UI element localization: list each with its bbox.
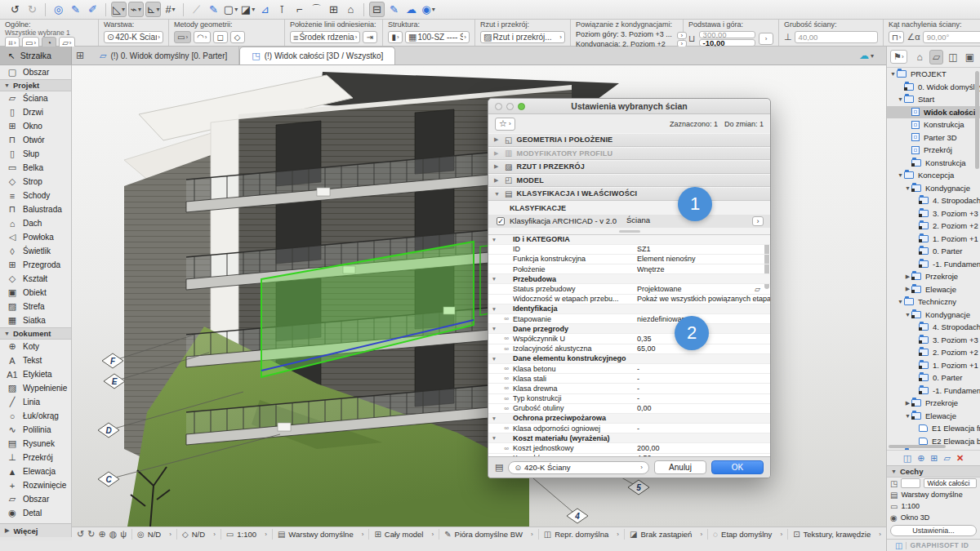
- tool-elewacja[interactable]: ▲Elewacja: [0, 464, 71, 478]
- tree-item[interactable]: E1 Elewacja fron: [887, 422, 980, 435]
- tool-dach[interactable]: ⌂Dach: [0, 216, 71, 230]
- tool-schody[interactable]: ≡Schody: [0, 189, 71, 202]
- tree-item[interactable]: 1. Poziom +1: [887, 359, 980, 372]
- classification-checkbox[interactable]: ✓: [497, 217, 505, 225]
- window-close-icon[interactable]: [495, 103, 502, 110]
- model-filter-segment[interactable]: ⊞Cały model›: [368, 529, 439, 540]
- nav-tab-publisher[interactable]: ▣: [963, 50, 977, 64]
- view-map-tree[interactable]: ▼PROJEKT0. Widok domyślny▼StartWidok cał…: [887, 68, 980, 450]
- geometry-straight-button[interactable]: ▭›: [174, 31, 191, 43]
- property-row[interactable]: Funkcja konstrukcyjnaElement nienośny: [488, 255, 770, 264]
- parallel-constraint-icon[interactable]: ⟋: [189, 2, 204, 17]
- tree-item[interactable]: 0. Parter: [887, 371, 980, 384]
- view-name-input[interactable]: Widok całości: [924, 478, 977, 488]
- marquee-frame-icon[interactable]: ▢▾: [223, 2, 238, 17]
- tree-item[interactable]: ▼PROJEKT: [887, 68, 980, 81]
- view-id-input[interactable]: [901, 478, 920, 488]
- tree-item[interactable]: ▼Koncepcja: [887, 169, 980, 182]
- section-model[interactable]: ▶◰MODEL: [488, 174, 770, 188]
- property-row[interactable]: ∞Grubość otuliny0,00: [488, 404, 770, 414]
- transform-icon[interactable]: ⊿: [257, 2, 273, 17]
- tree-item[interactable]: ▼Techniczny: [887, 295, 980, 309]
- nav-tab-view-map[interactable]: ▱: [929, 50, 944, 64]
- tool-rozwiniecie[interactable]: +Rozwinięcie: [0, 478, 71, 492]
- triangle-down-icon[interactable]: ▼: [904, 185, 911, 191]
- zoom-in-icon[interactable]: ⊕: [98, 529, 105, 540]
- orbit-back-icon[interactable]: ↺: [77, 529, 84, 540]
- tree-item[interactable]: 0. Widok domyślny: [887, 81, 980, 94]
- triangle-down-icon[interactable]: ▼: [904, 413, 911, 419]
- tree-item[interactable]: ▶Przekroje: [887, 270, 980, 283]
- fillet-icon[interactable]: ⌒: [309, 2, 324, 17]
- panel-splitter[interactable]: [488, 229, 770, 234]
- dialog-layer-select[interactable]: ⊙ 420-K Ściany ›: [508, 461, 649, 474]
- tool-obszar[interactable]: ▢Obszar: [0, 65, 71, 79]
- property-row[interactable]: ∞Klasa odporności ogniowej-: [488, 424, 770, 433]
- section-rzut[interactable]: ▶▨RZUT I PRZEKRÓJ: [488, 160, 770, 174]
- new-folder-icon[interactable]: ⊞: [930, 453, 938, 464]
- classification-row[interactable]: ✓ Klasyfikacja ARCHICAD - v 2.0 Ściana ›: [488, 215, 770, 228]
- wall-base-input[interactable]: -10,00: [699, 39, 755, 47]
- render-mode-segment[interactable]: ⊡Tekstury, krawędzie›: [787, 529, 886, 540]
- triangle-right-icon[interactable]: ▶: [904, 273, 911, 280]
- base-options-button[interactable]: ›: [759, 33, 773, 45]
- toolbox-more-button[interactable]: ▶Więcej: [0, 523, 72, 537]
- graphisoft-id-bar[interactable]: ◫ GRAPHISOFT ID: [887, 539, 980, 551]
- tree-item[interactable]: Konstrukcja: [887, 118, 980, 131]
- tool-etykieta[interactable]: A1Etykieta: [0, 367, 71, 381]
- flag-folder-icon[interactable]: ▱: [944, 453, 951, 464]
- triangle-right-icon[interactable]: ▶: [904, 400, 911, 407]
- tool-linia[interactable]: ╱Linia: [0, 395, 71, 409]
- property-row[interactable]: Status przebudowyProjektowane▱: [488, 284, 770, 294]
- wall-angle-input[interactable]: 90,00°: [923, 31, 980, 43]
- structure-type-button[interactable]: ▮›: [388, 31, 403, 43]
- dialog-title-bar[interactable]: Ustawienia wybranych ścian: [488, 99, 770, 114]
- tree-item[interactable]: ▼Kondygnacje: [887, 309, 980, 322]
- undo-icon[interactable]: ↺: [7, 2, 23, 17]
- wall-thickness-input[interactable]: 40,00: [795, 31, 878, 43]
- guide-lines-icon[interactable]: ⌁▾: [128, 2, 144, 17]
- property-row[interactable]: ∞Koszt jednostkowy200,00: [488, 443, 770, 453]
- section-modyfikatory[interactable]: ▶▥MODYFIKATORY PROFILU: [488, 147, 770, 161]
- property-group-row[interactable]: ▼Identyfikacja: [488, 304, 770, 314]
- orbit-forward-icon[interactable]: ↻: [87, 529, 95, 540]
- representation-segment[interactable]: ◫Repr. domyślna›: [538, 529, 624, 540]
- layer-select[interactable]: ⊙420-K Ściany›: [104, 31, 163, 43]
- pens-segment[interactable]: ✎Pióra domyślne BW›: [439, 529, 538, 540]
- favorites-star-button[interactable]: ☆›: [495, 118, 515, 131]
- tree-item[interactable]: ▼Start: [887, 93, 980, 106]
- grid-snap-icon[interactable]: #▾: [163, 2, 178, 17]
- tool-detal[interactable]: ◉Detal: [0, 506, 71, 520]
- tree-item[interactable]: -1. Fundamenty: [887, 384, 980, 398]
- tree-item[interactable]: Konstrukcja: [887, 157, 980, 170]
- tool-koty[interactable]: ⊕Koty: [0, 340, 71, 353]
- triangle-down-icon[interactable]: ▼: [904, 312, 911, 318]
- triangle-down-icon[interactable]: ▼: [897, 96, 904, 102]
- property-row[interactable]: PołożenieWnętrze: [488, 264, 770, 274]
- tool-sciana[interactable]: ▱Ściana: [0, 91, 71, 105]
- window-zoom-icon[interactable]: [518, 103, 525, 110]
- floorplan-display-select[interactable]: ▨Rzut i przekrój...›: [480, 31, 565, 43]
- layout-grid-icon[interactable]: ⊞: [326, 2, 341, 17]
- triangle-down-icon[interactable]: ▼: [897, 172, 904, 178]
- tool-luk-okrag[interactable]: ○Łuk/okrąg: [0, 409, 71, 423]
- flip-reference-button[interactable]: ⇥: [363, 31, 377, 43]
- tool-powloka[interactable]: ◁Powłoka: [0, 230, 71, 244]
- overrides-segment[interactable]: ◪Brak zastąpień›: [624, 529, 707, 540]
- tool-rysunek[interactable]: ▤Rysunek: [0, 437, 71, 451]
- tree-item[interactable]: Parter 3D: [887, 131, 980, 144]
- triangle-down-icon[interactable]: ▼: [897, 299, 904, 304]
- property-row[interactable]: ∞Typ konstrukcji-: [488, 394, 770, 404]
- tree-item[interactable]: ▼Elewacje: [887, 410, 980, 423]
- tool-tekst[interactable]: ATekst: [0, 353, 71, 367]
- property-group-row[interactable]: ▼Przebudowa: [488, 274, 770, 284]
- property-row[interactable]: ∞Klasa stali-: [488, 374, 770, 384]
- tree-item[interactable]: 4. Stropodach: [887, 194, 980, 207]
- cloud-icon[interactable]: ☁: [403, 2, 419, 17]
- tab-floorplan[interactable]: ▱(!) 0. Widok domyślny [0. Parter]: [88, 47, 239, 64]
- tool-belka[interactable]: ▭Belka: [0, 161, 71, 175]
- inject-parameters-syringe-icon[interactable]: ✐: [85, 2, 100, 17]
- tool-drzwi[interactable]: ▯Drzwi: [0, 105, 71, 119]
- tree-item[interactable]: 3. Poziom +3: [887, 334, 980, 347]
- triangle-down-icon[interactable]: ▼: [889, 71, 897, 77]
